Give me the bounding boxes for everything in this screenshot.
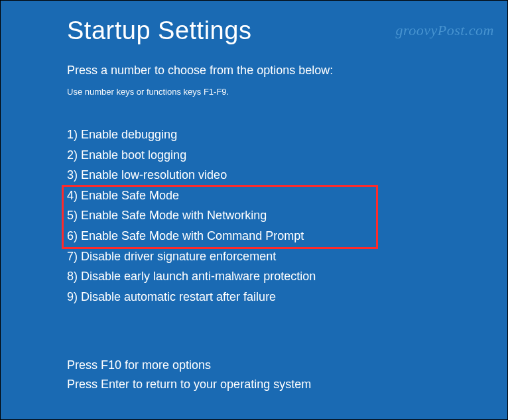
option-6[interactable]: 6) Enable Safe Mode with Command Prompt xyxy=(67,226,507,246)
watermark-text: groovyPost.com xyxy=(395,22,494,39)
option-1[interactable]: 1) Enable debugging xyxy=(67,125,507,145)
option-3[interactable]: 3) Enable low-resolution video xyxy=(67,165,507,185)
footer-return: Press Enter to return to your operating … xyxy=(67,375,311,394)
option-5[interactable]: 5) Enable Safe Mode with Networking xyxy=(67,205,507,226)
options-list: 1) Enable debugging 2) Enable boot loggi… xyxy=(67,125,507,307)
footer-more-options: Press F10 for more options xyxy=(67,356,311,375)
startup-settings-screen: groovyPost.com Startup Settings Press a … xyxy=(0,0,508,420)
option-8[interactable]: 8) Disable early launch anti-malware pro… xyxy=(67,266,507,287)
option-4[interactable]: 4) Enable Safe Mode xyxy=(67,185,507,206)
instruction-text: Press a number to choose from the option… xyxy=(67,64,507,78)
option-7[interactable]: 7) Disable driver signature enforcement xyxy=(67,246,507,267)
hint-text: Use number keys or functions keys F1-F9. xyxy=(67,87,507,97)
footer-instructions: Press F10 for more options Press Enter t… xyxy=(67,356,311,394)
option-2[interactable]: 2) Enable boot logging xyxy=(67,145,507,166)
option-9[interactable]: 9) Disable automatic restart after failu… xyxy=(67,287,507,307)
